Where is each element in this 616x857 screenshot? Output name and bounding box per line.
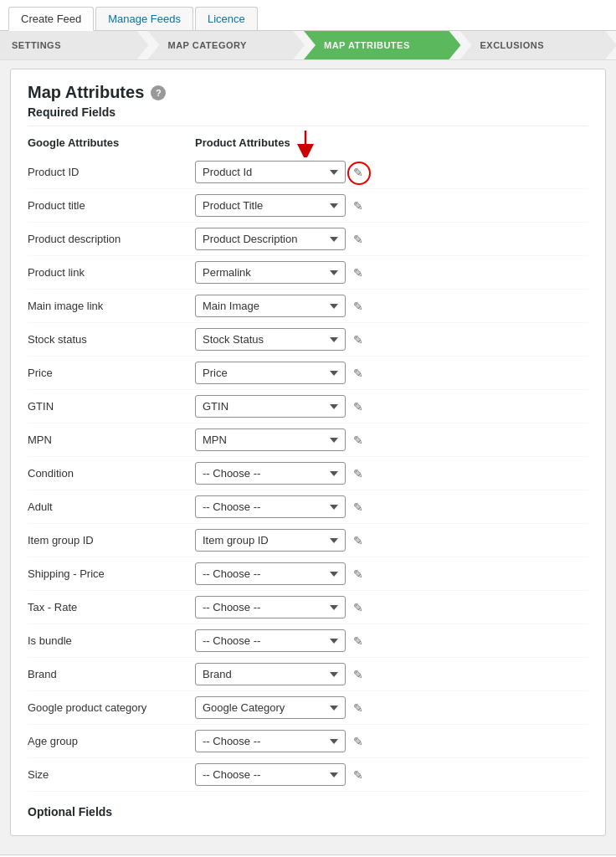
table-row: Size -- Choose -- ✎ <box>28 758 588 792</box>
edit-icon-product-id[interactable]: ✎ <box>351 165 366 180</box>
edit-icon-product-description[interactable]: ✎ <box>351 232 366 247</box>
attr-label-product-id: Product ID <box>28 166 195 178</box>
attr-control-product-title: Product Title ✎ <box>195 194 588 217</box>
select-adult[interactable]: -- Choose -- <box>195 495 346 518</box>
attr-control-brand: Brand ✎ <box>195 663 588 685</box>
table-row: Price Price ✎ <box>28 357 588 390</box>
tab-licence[interactable]: Licence <box>195 7 258 30</box>
select-mpn[interactable]: MPN <box>195 428 346 451</box>
step-map-category[interactable]: MAP CATEGORY <box>148 31 305 59</box>
table-row: Google product category Google Category … <box>28 691 588 725</box>
select-shipping-price[interactable]: -- Choose -- <box>195 562 346 585</box>
edit-icon-gtin[interactable]: ✎ <box>351 399 366 414</box>
required-section-title: Required Fields <box>28 105 588 126</box>
select-age-group[interactable]: -- Choose -- <box>195 730 346 752</box>
attr-control-adult: -- Choose -- ✎ <box>195 495 588 518</box>
select-condition[interactable]: -- Choose -- <box>195 462 346 485</box>
select-product-title[interactable]: Product Title <box>195 194 346 217</box>
edit-icon-adult[interactable]: ✎ <box>351 500 366 515</box>
select-is-bundle[interactable]: -- Choose -- <box>195 629 346 652</box>
edit-icon-tax-rate[interactable]: ✎ <box>351 600 366 615</box>
edit-icon-product-title[interactable]: ✎ <box>351 198 366 213</box>
table-row: Age group -- Choose -- ✎ <box>28 725 588 758</box>
table-row: Brand Brand ✎ <box>28 658 588 691</box>
select-main-image-link[interactable]: Main Image <box>195 295 346 317</box>
select-size[interactable]: -- Choose -- <box>195 763 346 786</box>
edit-icon-mpn[interactable]: ✎ <box>351 433 366 448</box>
edit-icon-condition[interactable]: ✎ <box>351 466 366 481</box>
select-brand[interactable]: Brand <box>195 663 346 685</box>
attr-control-product-id: Product Id ✎ <box>195 161 588 183</box>
edit-icon-product-id-container: ✎ <box>351 165 366 180</box>
step-settings[interactable]: SETTINGS <box>0 31 149 59</box>
tab-manage-feeds[interactable]: Manage Feeds <box>95 7 193 30</box>
edit-icon-item-group-id[interactable]: ✎ <box>351 533 366 548</box>
attr-label-age-group: Age group <box>28 735 195 747</box>
wizard-steps: SETTINGS MAP CATEGORY MAP ATTRIBUTES EXC… <box>0 31 616 60</box>
table-row: Product description Product Description … <box>28 223 588 256</box>
table-row: Stock status Stock Status ✎ <box>28 323 588 357</box>
step-exclusions[interactable]: EXCLUSIONS <box>460 31 617 59</box>
attr-control-is-bundle: -- Choose -- ✎ <box>195 629 588 652</box>
table-row: Item group ID Item group ID ✎ <box>28 524 588 557</box>
select-product-link[interactable]: Permalink <box>195 261 346 284</box>
arrow-annotation <box>295 131 316 157</box>
edit-icon-shipping-price[interactable]: ✎ <box>351 567 366 582</box>
edit-icon-google-product-category[interactable]: ✎ <box>351 700 366 716</box>
edit-icon-main-image-link[interactable]: ✎ <box>351 299 366 314</box>
attr-control-age-group: -- Choose -- ✎ <box>195 730 588 752</box>
select-price[interactable]: Price <box>195 362 346 384</box>
page-title-text: Map Attributes <box>28 83 144 102</box>
col-header-google: Google Attributes <box>28 136 195 149</box>
select-product-description[interactable]: Product Description <box>195 228 346 250</box>
select-google-product-category[interactable]: Google Category <box>195 696 346 719</box>
optional-section-title: Optional Fields <box>28 805 588 819</box>
edit-icon-is-bundle[interactable]: ✎ <box>351 634 366 649</box>
table-row: Product ID <box>28 156 588 189</box>
edit-icon-product-link[interactable]: ✎ <box>351 265 366 280</box>
attr-label-google-product-category: Google product category <box>28 701 195 714</box>
main-content: Map Attributes ? Required Fields Google … <box>0 60 616 854</box>
attr-label-condition: Condition <box>28 467 195 480</box>
help-icon[interactable]: ? <box>151 85 166 100</box>
step-map-attributes[interactable]: MAP ATTRIBUTES <box>304 31 461 59</box>
select-tax-rate[interactable]: -- Choose -- <box>195 596 346 618</box>
edit-icon-price[interactable]: ✎ <box>351 366 366 381</box>
attr-control-mpn: MPN ✎ <box>195 428 588 451</box>
table-row: Condition -- Choose -- ✎ <box>28 457 588 490</box>
table-row: Product title Product Title ✎ <box>28 189 588 223</box>
table-row: Shipping - Price -- Choose -- ✎ <box>28 557 588 591</box>
attr-control-gtin: GTIN ✎ <box>195 395 588 418</box>
attr-label-adult: Adult <box>28 500 195 513</box>
attr-control-product-link: Permalink ✎ <box>195 261 588 284</box>
select-product-id[interactable]: Product Id <box>195 161 346 183</box>
select-gtin[interactable]: GTIN <box>195 395 346 418</box>
top-nav-tabs: Create Feed Manage Feeds Licence <box>0 0 616 31</box>
attr-label-item-group-id: Item group ID <box>28 534 195 547</box>
select-stock-status[interactable]: Stock Status <box>195 328 346 351</box>
attributes-card: Map Attributes ? Required Fields Google … <box>10 69 606 836</box>
attr-control-item-group-id: Item group ID ✎ <box>195 529 588 552</box>
attr-control-shipping-price: -- Choose -- ✎ <box>195 562 588 585</box>
table-row: Main image link Main Image ✎ <box>28 290 588 323</box>
attr-label-price: Price <box>28 367 195 379</box>
edit-icon-stock-status[interactable]: ✎ <box>351 332 366 347</box>
attr-control-main-image-link: Main Image ✎ <box>195 295 588 317</box>
attr-label-size: Size <box>28 768 195 781</box>
attr-label-stock-status: Stock status <box>28 333 195 346</box>
edit-icon-age-group[interactable]: ✎ <box>351 734 366 749</box>
attr-label-product-link: Product link <box>28 266 195 279</box>
attr-label-tax-rate: Tax - Rate <box>28 601 195 613</box>
red-arrow-svg <box>295 131 316 157</box>
tab-create-feed[interactable]: Create Feed <box>8 7 94 31</box>
edit-icon-size[interactable]: ✎ <box>351 767 366 783</box>
table-row: Tax - Rate -- Choose -- ✎ <box>28 591 588 624</box>
attr-control-product-description: Product Description ✎ <box>195 228 588 250</box>
select-item-group-id[interactable]: Item group ID <box>195 529 346 552</box>
table-row: GTIN GTIN ✎ <box>28 390 588 423</box>
col-header-product: Product Attributes <box>195 136 588 149</box>
attr-label-product-title: Product title <box>28 199 195 212</box>
edit-icon-brand[interactable]: ✎ <box>351 667 366 682</box>
attr-control-size: -- Choose -- ✎ <box>195 763 588 786</box>
page-title-area: Map Attributes ? <box>28 83 588 102</box>
